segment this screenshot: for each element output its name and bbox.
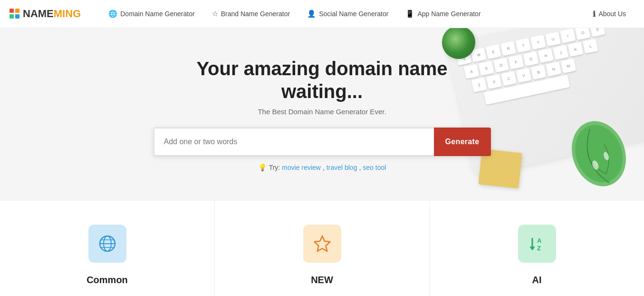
try-link-1[interactable]: travel blog <box>327 164 357 171</box>
try-label: Try: <box>269 164 280 171</box>
nav-social[interactable]: 👤 Social Name Generator <box>298 0 397 28</box>
nav-domain[interactable]: 🌐 Domain Name Generator <box>100 0 203 28</box>
try-suggestions: 💡 Try: movie review, travel blog, seo to… <box>154 163 491 172</box>
globe-card-icon <box>98 234 117 253</box>
globe-icon: 🌐 <box>108 10 117 18</box>
logo[interactable]: NAMEMING <box>10 8 81 20</box>
header: NAMEMING 🌐 Domain Name Generator ☆ Brand… <box>0 0 644 28</box>
card-new[interactable]: NEW <box>215 201 430 296</box>
lightbulb-icon: 💡 <box>258 163 267 172</box>
sort-az-card-icon: A Z <box>528 234 547 253</box>
info-icon: ℹ <box>593 10 596 19</box>
generate-button[interactable]: Generate <box>434 128 491 156</box>
card-common-label: Common <box>87 275 128 286</box>
try-link-0[interactable]: movie review <box>282 164 321 171</box>
common-icon-wrap <box>88 225 126 263</box>
ai-icon-wrap: A Z <box>518 225 556 263</box>
svg-text:A: A <box>537 237 542 244</box>
nav-about-label: About Us <box>598 10 626 18</box>
card-common[interactable]: Common <box>0 201 215 296</box>
mobile-icon: 📱 <box>405 10 414 18</box>
nav-about[interactable]: ℹ About Us <box>584 0 634 28</box>
cards-section: Common NEW A Z AI <box>0 201 644 296</box>
nav-app-label: App Name Generator <box>417 10 481 18</box>
nav-domain-label: Domain Name Generator <box>120 10 194 18</box>
try-comma-0: , <box>323 164 325 171</box>
star-icon: ☆ <box>212 10 218 18</box>
hero-content: Your amazing domain name waiting... The … <box>144 57 500 172</box>
hero-section: QWERTYUIOP ASDFGHJKL ZXCVBNM <box>0 28 644 201</box>
nav-brand-label: Brand Name Generator <box>221 10 290 18</box>
card-new-label: NEW <box>311 275 333 286</box>
nav-app[interactable]: 📱 App Name Generator <box>397 0 489 28</box>
logo-name-text: NAME <box>23 8 54 20</box>
nav-brand[interactable]: ☆ Brand Name Generator <box>203 0 299 28</box>
try-link-2[interactable]: seo tool <box>363 164 386 171</box>
card-ai-label: AI <box>532 275 542 286</box>
svg-point-1 <box>568 118 630 189</box>
card-ai[interactable]: A Z AI <box>430 201 644 296</box>
star-card-icon <box>313 234 332 253</box>
nav-social-label: Social Name Generator <box>319 10 388 18</box>
plant-top-decoration <box>442 28 475 59</box>
search-input[interactable] <box>154 128 434 156</box>
logo-icon <box>10 9 20 19</box>
hero-title: Your amazing domain name waiting... <box>154 57 491 103</box>
svg-marker-9 <box>314 236 330 251</box>
svg-text:Z: Z <box>537 245 541 252</box>
main-nav: 🌐 Domain Name Generator ☆ Brand Name Gen… <box>100 0 584 28</box>
leaf-decoration <box>568 118 630 191</box>
logo-highlight-text: MING <box>54 8 81 20</box>
hero-subtitle: The Best Domain Name Generator Ever. <box>154 108 491 116</box>
try-comma-1: , <box>359 164 361 171</box>
person-icon: 👤 <box>307 10 316 18</box>
new-icon-wrap <box>303 225 341 263</box>
search-bar: Generate <box>154 128 491 156</box>
